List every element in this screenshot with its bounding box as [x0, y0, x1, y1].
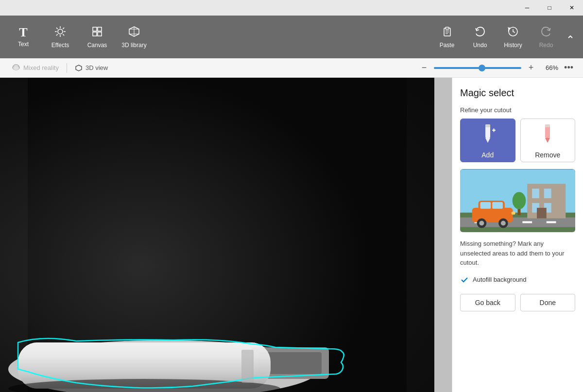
zoombar: Mixed reality 3D view − + 66% •••: [0, 58, 583, 78]
zoombar-divider: [67, 63, 67, 73]
paste-label: Paste: [440, 42, 455, 49]
toolbar-canvas-label: Canvas: [87, 42, 107, 49]
svg-rect-10: [98, 27, 102, 31]
canvas-area[interactable]: [0, 78, 434, 392]
svg-marker-25: [76, 65, 82, 71]
svg-rect-42: [545, 124, 550, 127]
svg-marker-41: [545, 138, 550, 143]
view-3d-btn[interactable]: 3D view: [71, 62, 112, 74]
remove-label: Remove: [535, 151, 560, 159]
svg-rect-48: [522, 221, 532, 223]
remove-eraser-icon: [539, 122, 556, 147]
svg-point-65: [501, 221, 506, 225]
toolbar-item-effects[interactable]: Effects: [43, 19, 78, 54]
svg-rect-34: [241, 350, 254, 383]
autofill-checkbox[interactable]: [460, 275, 469, 284]
effects-icon: [54, 25, 67, 40]
svg-rect-37: [485, 124, 490, 127]
text-icon: T: [19, 26, 27, 39]
maximize-button[interactable]: □: [538, 0, 561, 16]
remove-button[interactable]: Remove: [520, 119, 576, 162]
history-icon: [507, 25, 519, 40]
zoombar-right: − + 66% •••: [418, 61, 575, 75]
svg-rect-11: [93, 32, 97, 36]
panel-title: Magic select: [460, 87, 575, 99]
svg-rect-49: [547, 221, 556, 223]
toolbar-text-label: Text: [18, 41, 29, 48]
canvas-icon: [91, 25, 103, 40]
toolbar-paste-btn[interactable]: Paste: [431, 19, 463, 54]
svg-rect-9: [93, 27, 97, 31]
svg-point-63: [480, 221, 484, 225]
canvas-image: [0, 78, 434, 392]
preview-svg: [460, 169, 575, 232]
toolbar-item-canvas[interactable]: Canvas: [80, 19, 115, 54]
svg-rect-12: [98, 32, 102, 36]
svg-rect-60: [480, 202, 491, 209]
preview-container: [460, 169, 575, 232]
add-label: Add: [481, 151, 494, 159]
redo-label: Redo: [539, 42, 553, 49]
zoom-plus-btn[interactable]: +: [525, 62, 537, 74]
toolbar-undo-btn[interactable]: Undo: [464, 19, 496, 54]
toolbar-3dlibrary-label: 3D library: [121, 42, 146, 49]
zoombar-left: Mixed reality 3D view: [8, 62, 413, 74]
svg-point-0: [58, 29, 63, 34]
svg-rect-66: [512, 212, 515, 215]
svg-rect-52: [544, 188, 551, 198]
toolbar-right: Paste Undo History: [431, 19, 577, 54]
svg-marker-36: [485, 138, 490, 143]
svg-rect-51: [532, 188, 539, 198]
zoom-percent-label: 66%: [541, 64, 558, 71]
refine-buttons: Add Remove: [460, 119, 575, 162]
close-button[interactable]: ✕: [561, 0, 583, 16]
canvas-svg: [0, 78, 434, 392]
refine-label: Refine your cutout: [460, 106, 575, 114]
toolbar-effects-label: Effects: [51, 42, 69, 49]
action-buttons: Go back Done: [460, 294, 575, 311]
undo-label: Undo: [473, 42, 487, 49]
toolbar-item-3dlibrary[interactable]: 3D library: [117, 19, 152, 54]
right-panel: Magic select Refine your cutout Add: [452, 78, 583, 392]
add-button[interactable]: Add: [460, 119, 515, 162]
svg-line-8: [56, 34, 58, 35]
zoom-slider-thumb[interactable]: [479, 65, 485, 71]
autofill-label: Autofill background: [473, 276, 527, 283]
svg-line-5: [56, 28, 58, 29]
zoom-more-btn[interactable]: •••: [562, 61, 575, 75]
toolbar-history-btn[interactable]: History: [497, 19, 529, 54]
redo-icon: [540, 25, 552, 40]
toolbar: T Text Effects: [0, 16, 583, 58]
titlebar-controls: ─ □ ✕: [516, 0, 583, 16]
history-label: History: [504, 42, 522, 49]
paste-icon: [441, 25, 453, 40]
description-text: Missing something? Mark any unselected a…: [460, 239, 575, 268]
zoom-slider-track: [434, 67, 521, 69]
toolbar-redo-btn[interactable]: Redo: [531, 19, 562, 54]
minimize-button[interactable]: ─: [516, 0, 538, 16]
toolbar-collapse-btn[interactable]: [564, 19, 577, 54]
go-back-button[interactable]: Go back: [460, 294, 515, 311]
autofill-row: Autofill background: [460, 275, 575, 284]
add-pencil-icon: [479, 122, 497, 147]
canvas-right-strip: [434, 78, 452, 392]
svg-rect-55: [537, 208, 547, 219]
zoom-minus-btn[interactable]: −: [418, 62, 430, 74]
svg-rect-61: [492, 202, 503, 209]
svg-rect-18: [446, 27, 449, 29]
svg-point-57: [513, 192, 526, 209]
undo-icon: [474, 25, 486, 40]
titlebar: ─ □ ✕: [0, 0, 583, 16]
svg-line-7: [63, 28, 64, 29]
svg-line-6: [63, 34, 64, 35]
mixed-reality-label: Mixed reality: [23, 64, 59, 71]
view-3d-label: 3D view: [86, 64, 108, 71]
mixed-reality-btn[interactable]: Mixed reality: [8, 62, 63, 74]
toolbar-item-text[interactable]: T Text: [6, 19, 41, 54]
main-content: Magic select Refine your cutout Add: [0, 78, 583, 392]
done-button[interactable]: Done: [520, 294, 576, 311]
3dlibrary-icon: [128, 25, 140, 40]
